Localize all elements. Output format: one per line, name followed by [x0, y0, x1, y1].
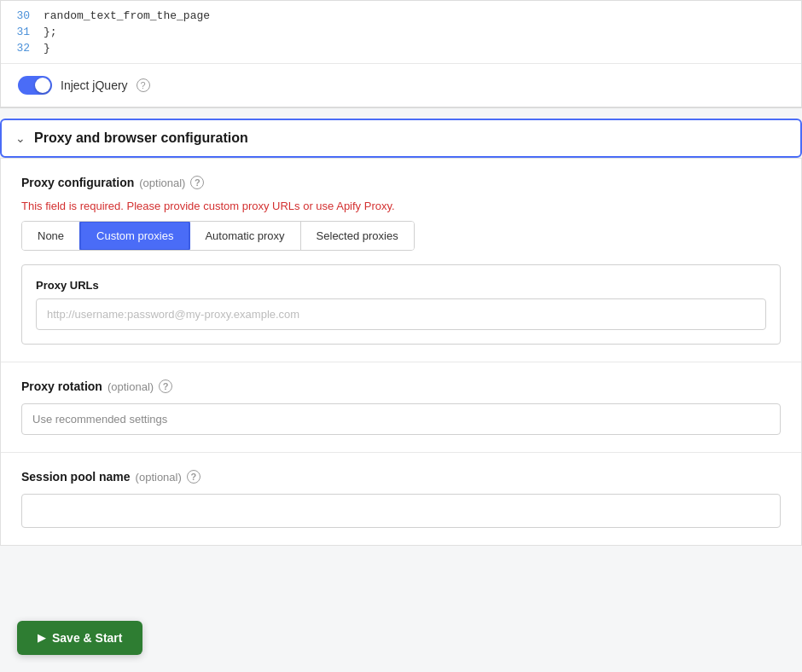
inject-jquery-help-icon[interactable]: ? — [137, 78, 150, 92]
tab-none[interactable]: None — [22, 222, 80, 250]
save-start-label: Save & Start — [52, 631, 122, 645]
code-block: 30 random_text_from_the_page 31 }; 32 } — [1, 1, 801, 63]
line-content-31: }; — [44, 26, 57, 38]
line-number-32: 32 — [1, 42, 44, 55]
inject-jquery-row: Inject jQuery ? — [1, 63, 801, 107]
proxy-section-title: Proxy and browser configuration — [34, 130, 248, 146]
tab-custom-proxies[interactable]: Custom proxies — [79, 221, 190, 251]
session-pool-optional: (optional) — [136, 471, 182, 484]
line-content-32: } — [44, 42, 50, 55]
session-pool-input[interactable] — [21, 494, 781, 528]
proxy-rotation-section: Proxy rotation (optional) ? Use recommen… — [1, 362, 801, 453]
proxy-urls-label: Proxy URLs — [36, 279, 766, 292]
code-line-30: 30 random_text_from_the_page — [1, 8, 801, 24]
proxy-config-error: This field is required. Please provide c… — [21, 200, 781, 212]
proxy-rotation-help-icon[interactable]: ? — [159, 379, 172, 393]
session-pool-label: Session pool name (optional) ? — [21, 470, 781, 484]
proxy-section-header[interactable]: ⌄ Proxy and browser configuration — [0, 119, 802, 158]
proxy-config-help-icon[interactable]: ? — [190, 176, 204, 189]
session-pool-help-icon[interactable]: ? — [187, 470, 200, 484]
page-container: 30 random_text_from_the_page 31 }; 32 } … — [0, 0, 802, 672]
proxy-rotation-optional: (optional) — [108, 380, 154, 393]
tab-selected-proxies[interactable]: Selected proxies — [301, 222, 414, 250]
proxy-rotation-select[interactable]: Use recommended settings — [21, 403, 781, 435]
tab-automatic-proxy[interactable]: Automatic proxy — [189, 222, 300, 250]
proxy-rotation-label-text: Proxy rotation — [21, 379, 102, 393]
code-section: 30 random_text_from_the_page 31 }; 32 } … — [0, 0, 802, 107]
proxy-rotation-label: Proxy rotation (optional) ? — [21, 379, 781, 393]
proxy-tabs: None Custom proxies Automatic proxy Sele… — [21, 221, 415, 251]
proxy-urls-box: Proxy URLs — [21, 264, 781, 345]
save-start-button[interactable]: ▶ Save & Start — [17, 621, 142, 655]
main-content: Proxy configuration (optional) ? This fi… — [0, 158, 802, 546]
toggle-thumb — [35, 78, 50, 93]
chevron-icon: ⌄ — [15, 131, 26, 145]
proxy-config-optional: (optional) — [139, 177, 185, 189]
line-number-30: 30 — [1, 9, 44, 22]
play-icon: ▶ — [38, 632, 45, 644]
inject-jquery-label: Inject jQuery — [61, 78, 128, 92]
code-line-31: 31 }; — [1, 24, 801, 40]
session-pool-label-text: Session pool name — [21, 470, 131, 484]
proxy-config-section: Proxy configuration (optional) ? This fi… — [1, 159, 801, 362]
code-line-32: 32 } — [1, 40, 801, 56]
session-pool-section: Session pool name (optional) ? — [1, 453, 801, 545]
line-content-30: random_text_from_the_page — [44, 9, 210, 22]
section-divider-1 — [0, 107, 802, 108]
proxy-url-input[interactable] — [36, 298, 766, 330]
line-number-31: 31 — [1, 26, 44, 38]
proxy-config-label-text: Proxy configuration — [21, 176, 134, 189]
inject-jquery-toggle[interactable] — [18, 76, 52, 95]
proxy-config-label: Proxy configuration (optional) ? — [21, 176, 781, 189]
